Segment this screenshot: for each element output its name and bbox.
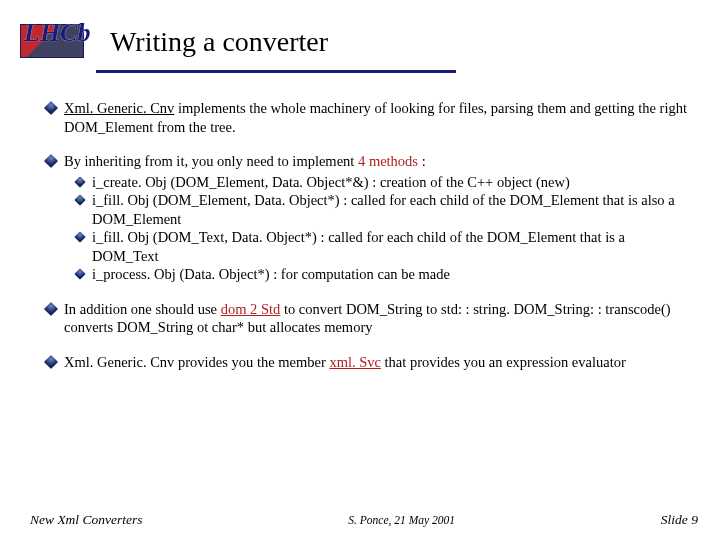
sub-bullet-4: i_process. Obj (Data. Object*) : for com… <box>64 265 692 284</box>
sub-bullet-2: i_fill. Obj (DOM_Element, Data. Object*)… <box>64 191 692 228</box>
bullet-4-lead: Xml. Generic. Cnv provides you the membe… <box>64 354 329 370</box>
title-rule <box>96 70 456 73</box>
bullet-4: Xml. Generic. Cnv provides you the membe… <box>46 353 692 372</box>
bullet-3-lead: In addition one should use <box>64 301 221 317</box>
bullet-4-accent: xml. Svc <box>329 354 381 370</box>
footer-center: S. Ponce, 21 May 2001 <box>348 514 455 526</box>
bullet-2-tail: : <box>418 153 426 169</box>
bullet-4-tail: that provides you an expression evaluato… <box>381 354 626 370</box>
sub-bullet-3: i_fill. Obj (DOM_Text, Data. Object*) : … <box>64 228 692 265</box>
logo-text: LHCb <box>24 18 90 48</box>
bullet-1-underline: Xml. Generic. Cnv <box>64 100 174 116</box>
slide-header: LHCb Writing a converter <box>0 0 720 70</box>
bullet-3: In addition one should use dom 2 Std to … <box>46 300 692 337</box>
bullet-3-accent: dom 2 Std <box>221 301 281 317</box>
slide-title: Writing a converter <box>110 22 328 58</box>
sub-bullet-1: i_create. Obj (DOM_Element, Data. Object… <box>64 173 692 192</box>
bullet-2: By inheriting from it, you only need to … <box>46 152 692 284</box>
lhcb-logo: LHCb <box>20 18 92 62</box>
footer-right: Slide 9 <box>661 512 698 528</box>
footer-left: New Xml Converters <box>30 512 143 528</box>
bullet-2-accent: 4 methods <box>358 153 418 169</box>
bullet-1: Xml. Generic. Cnv implements the whole m… <box>46 99 692 136</box>
bullet-2-lead: By inheriting from it, you only need to … <box>64 153 358 169</box>
slide-footer: New Xml Converters S. Ponce, 21 May 2001… <box>0 512 720 528</box>
slide-content: Xml. Generic. Cnv implements the whole m… <box>0 85 720 372</box>
